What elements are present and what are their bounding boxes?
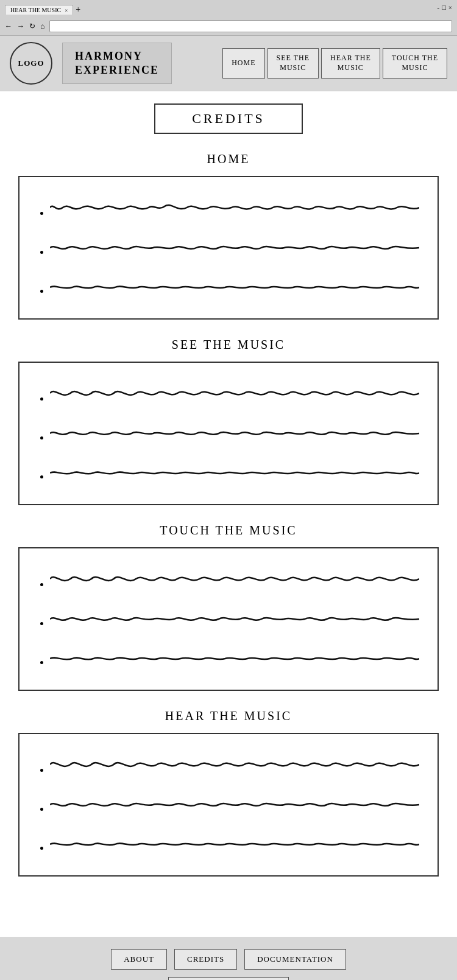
- list-item: [50, 414, 419, 453]
- credits-title-box: CREDITS: [154, 103, 303, 134]
- credit-list-touch: [38, 561, 419, 677]
- footer-buttons: ABOUT CREDITS DOCUMENTATION: [111, 949, 346, 970]
- credits-title-wrapper: CREDITS: [18, 103, 439, 134]
- list-item: [50, 746, 419, 785]
- footer-contacts-button[interactable]: CONTACTS: [168, 977, 289, 980]
- wavy-line-11: [50, 795, 419, 812]
- list-item: [50, 600, 419, 639]
- section-heading-see: SEE THE MUSIC: [18, 338, 439, 352]
- reload-button[interactable]: ↻: [29, 22, 35, 30]
- page-content: CREDITS HOME: [0, 91, 457, 907]
- list-item: [50, 228, 419, 267]
- nav-buttons: HOME SEE THEMUSIC HEAR THEMUSIC TOUCH TH…: [222, 48, 447, 78]
- footer-about-button[interactable]: ABOUT: [111, 949, 167, 970]
- credit-list-hear: [38, 746, 419, 863]
- forward-button[interactable]: →: [17, 22, 24, 30]
- tab-label: HEAR THE MUSIC: [10, 7, 61, 13]
- close-button[interactable]: ×: [448, 4, 452, 11]
- browser-tab[interactable]: HEAR THE MUSIC ×: [5, 5, 73, 15]
- list-item: [50, 639, 419, 677]
- list-item: [50, 375, 419, 414]
- credit-list-see: [38, 375, 419, 492]
- credit-box-see: [18, 362, 439, 505]
- credit-box-home: [18, 176, 439, 320]
- footer-credits-button[interactable]: CREDITS: [174, 949, 237, 970]
- site-title-block: HARMONY EXPERIENCE: [62, 43, 172, 85]
- credits-title: CREDITS: [192, 111, 265, 126]
- nav-see-the-music[interactable]: SEE THEMUSIC: [267, 48, 319, 78]
- list-item: [50, 785, 419, 824]
- credit-box-hear: [18, 733, 439, 877]
- site-footer: ABOUT CREDITS DOCUMENTATION CONTACTS: [0, 937, 457, 980]
- wavy-line-3: [50, 277, 419, 294]
- list-item: [50, 189, 419, 228]
- tab-close-icon[interactable]: ×: [65, 7, 68, 13]
- section-heading-hear: HEAR THE MUSIC: [18, 709, 439, 723]
- home-nav-button[interactable]: ⌂: [40, 22, 44, 30]
- wavy-line-12: [50, 834, 419, 851]
- nav-touch-the-music[interactable]: TOUCH THEMUSIC: [383, 48, 447, 78]
- site-title: HARMONY EXPERIENCE: [75, 49, 159, 78]
- section-heading-touch: TOUCH THE MUSIC: [18, 523, 439, 537]
- wavy-line-5: [50, 424, 419, 441]
- wavy-line-8: [50, 609, 419, 626]
- minimize-button[interactable]: -: [437, 4, 439, 11]
- nav-home[interactable]: HOME: [222, 48, 264, 78]
- credit-list-home: [38, 189, 419, 306]
- list-item: [50, 453, 419, 492]
- wavy-line-1: [50, 199, 419, 216]
- nav-hear-the-music[interactable]: HEAR THEMUSIC: [321, 48, 380, 78]
- section-heading-home: HOME: [18, 152, 439, 166]
- wavy-line-10: [50, 756, 419, 773]
- list-item: [50, 267, 419, 306]
- logo: LOGO: [10, 42, 52, 85]
- wavy-line-4: [50, 385, 419, 402]
- list-item: [50, 561, 419, 600]
- list-item: [50, 824, 419, 863]
- wavy-line-7: [50, 570, 419, 587]
- new-tab-button[interactable]: +: [76, 5, 80, 15]
- credit-box-touch: [18, 547, 439, 691]
- url-bar[interactable]: [49, 20, 452, 32]
- wavy-line-9: [50, 648, 419, 665]
- wavy-line-2: [50, 238, 419, 255]
- footer-documentation-button[interactable]: DOCUMENTATION: [244, 949, 346, 970]
- back-button[interactable]: ←: [5, 22, 12, 30]
- wavy-line-6: [50, 463, 419, 480]
- restore-button[interactable]: □: [442, 4, 446, 11]
- site-header: LOGO HARMONY EXPERIENCE HOME SEE THEMUSI…: [0, 36, 457, 91]
